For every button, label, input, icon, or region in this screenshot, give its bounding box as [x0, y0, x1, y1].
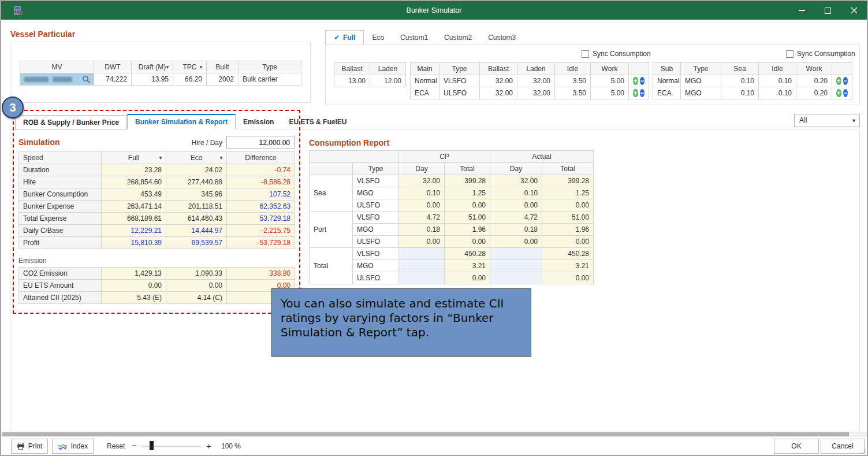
speed-laden-value[interactable]: 12.00 [370, 75, 406, 87]
chevron-down-icon: ▼ [851, 114, 856, 127]
window-title: Bunker Simulator [1, 1, 867, 20]
remove-row-icon[interactable]: − [640, 89, 645, 97]
vessel-particular-panel: MV DWT Draft (M)▼ TPC▼ Built Type 74,222… [10, 42, 311, 103]
vessel-dwt-value: 74,222 [94, 73, 132, 86]
tab-custom2[interactable]: Custom2 [436, 31, 480, 45]
tab-custom1[interactable]: Custom1 [392, 31, 436, 45]
sub-engine-table: Sub Type Sea Idle Work Normal MGO 0.10 0… [653, 62, 852, 99]
horizontal-scrollbar[interactable] [1, 432, 867, 437]
tab-rob-supply-bunker-price[interactable]: ROB & Supply / Bunker Price [15, 115, 127, 129]
vessel-name-redacted [53, 77, 72, 82]
reset-label[interactable]: Reset [107, 442, 125, 450]
main-engine-table: Main Type Ballast Laden Idle Work Normal… [410, 62, 649, 99]
sim-col-speed: Speed [19, 152, 102, 164]
titlebar: Bunker Simulator [1, 1, 867, 20]
minimize-icon [799, 10, 805, 11]
remove-row-icon[interactable]: − [640, 77, 645, 85]
profile-tab-row: ✔Full Eco Custom1 Custom2 Custom3 [325, 30, 524, 45]
simulation-table: Speed Full▼ Eco▼ Difference Duration23.2… [18, 151, 295, 249]
bunker-simulator-window: Bunker Simulator Vessel Particular MV DW… [0, 0, 868, 456]
emission-row-eu-ets: EU ETS Amount0.000.000.00 [19, 280, 295, 292]
chevron-down-icon: ▼ [219, 155, 223, 161]
close-button[interactable] [841, 1, 867, 20]
minimize-button[interactable] [789, 1, 815, 20]
speed-table: Ballast Laden 13.00 12.00 [334, 62, 406, 87]
sync-consumption-sub-checkbox[interactable]: Sync Consumption [786, 50, 855, 58]
search-icon[interactable] [82, 75, 91, 84]
zoom-slider-thumb[interactable] [150, 441, 154, 450]
tab-emission[interactable]: Emission [236, 115, 281, 129]
tab-custom3[interactable]: Custom3 [480, 31, 524, 45]
vessel-col-built: Built [207, 61, 239, 73]
emission-table: CO2 Emission1,429.131,090.33338.80 EU ET… [18, 267, 295, 304]
print-button[interactable]: Print [11, 439, 48, 454]
vessel-col-draft[interactable]: Draft (M)▼ [132, 61, 173, 73]
consumption-report-table: CP Actual Type Day Total Day Total SeaVL… [309, 150, 594, 284]
sim-col-full[interactable]: Full▼ [102, 152, 166, 164]
remove-row-icon[interactable]: − [843, 89, 848, 97]
checkbox-icon [786, 50, 794, 58]
maximize-icon [825, 8, 831, 14]
consumption-report-heading: Consumption Report [309, 138, 389, 147]
zoom-out-icon[interactable]: − [132, 440, 137, 450]
add-row-icon[interactable]: + [836, 77, 841, 85]
vessel-built-value: 2002 [207, 73, 239, 86]
main-row-normal: Normal VLSFO 32.00 32.00 3.50 5.00 +− [411, 75, 649, 87]
sim-row-profit: Profit15,810.3969,539.57-53,729.18 [19, 237, 295, 249]
vessel-name-redacted [24, 77, 49, 82]
close-icon [851, 7, 858, 14]
resize-grip[interactable] [860, 448, 866, 454]
sub-row-eca: ECA MGO 0.10 0.10 0.20 +− [653, 87, 852, 99]
vessel-tpc-value: 66.20 [173, 73, 207, 86]
footer-bar: Print Index Reset − + 100 % OK Cancel [1, 437, 867, 455]
vessel-col-type: Type [239, 61, 301, 73]
sim-row-bunker-expense: Bunker Expense263,471.14201,118.5162,352… [19, 201, 295, 213]
tab-bunker-simulation-report[interactable]: Bunker Simulation & Report [127, 114, 236, 129]
vessel-table: MV DWT Draft (M)▼ TPC▼ Built Type 74,222… [20, 61, 301, 86]
table-row: SeaVLSFO32.00399.2832.00399.28 [310, 175, 594, 187]
group-port-label: Port [310, 212, 353, 248]
add-row-icon[interactable]: + [633, 89, 638, 97]
group-total-label: Total [310, 248, 353, 284]
vessel-col-dwt: DWT [94, 61, 132, 73]
hire-per-day-input[interactable] [226, 136, 295, 149]
tab-full[interactable]: ✔Full [325, 30, 364, 45]
tab-eco[interactable]: Eco [364, 31, 392, 45]
table-row: PortVLSFO4.7251.004.7251.00 [310, 212, 594, 224]
report-tab-strip: ROB & Supply / Bunker Price Bunker Simul… [15, 114, 354, 129]
tab-eu-ets-fueleu[interactable]: EU ETS & FuelEU [281, 115, 354, 129]
cancel-button[interactable]: Cancel [821, 439, 865, 454]
vessel-col-tpc[interactable]: TPC▼ [173, 61, 207, 73]
speed-col-laden: Laden [370, 63, 406, 75]
sim-row-duration: Duration23.2824.02-0.74 [19, 164, 295, 176]
maximize-button[interactable] [815, 1, 841, 20]
sim-row-bunker-consumption: Bunker Consumption453.49345.96107.52 [19, 188, 295, 201]
main-row-eca: ECA ULSFO 32.00 32.00 3.50 5.00 +− [411, 87, 649, 99]
speed-col-ballast: Ballast [334, 63, 370, 75]
chevron-down-icon: ▼ [199, 65, 203, 70]
sim-col-eco[interactable]: Eco▼ [166, 152, 227, 164]
zoom-percentage: 100 % [221, 442, 241, 450]
add-row-icon[interactable]: + [633, 77, 638, 85]
sim-row-daily-cbase: Daily C/Base12,229.2114,444.97-2,215.75 [19, 225, 295, 237]
ok-button[interactable]: OK [774, 439, 819, 454]
zoom-in-icon[interactable]: + [206, 441, 211, 451]
printer-icon [17, 443, 25, 450]
scrollbar-thumb[interactable] [2, 432, 849, 436]
add-row-icon[interactable]: + [836, 89, 841, 97]
chevron-down-icon: ▼ [165, 65, 170, 70]
vessel-draft-value: 13.95 [132, 73, 173, 86]
sim-col-difference: Difference [227, 152, 295, 164]
emission-row-attained-cii: Attained CII (2025)5.43 (E)4.14 (C) [19, 292, 295, 304]
sync-consumption-main-checkbox[interactable]: Sync Consumption [582, 50, 651, 58]
vessel-col-mv: MV [20, 61, 94, 73]
remove-row-icon[interactable]: − [843, 77, 848, 85]
tutorial-callout: You can also simulate and estimate CII r… [271, 288, 531, 357]
table-row: TotalVLSFO450.28450.28 [310, 248, 594, 260]
vessel-name-cell[interactable] [20, 73, 94, 86]
sim-row-hire: Hire268,854.60277,440.88-8,586.28 [19, 176, 295, 188]
speed-ballast-value[interactable]: 13.00 [334, 75, 370, 87]
index-button[interactable]: Index [52, 439, 94, 454]
hire-per-day-label: Hire / Day [157, 139, 222, 147]
filter-dropdown[interactable]: All ▼ [794, 114, 860, 127]
